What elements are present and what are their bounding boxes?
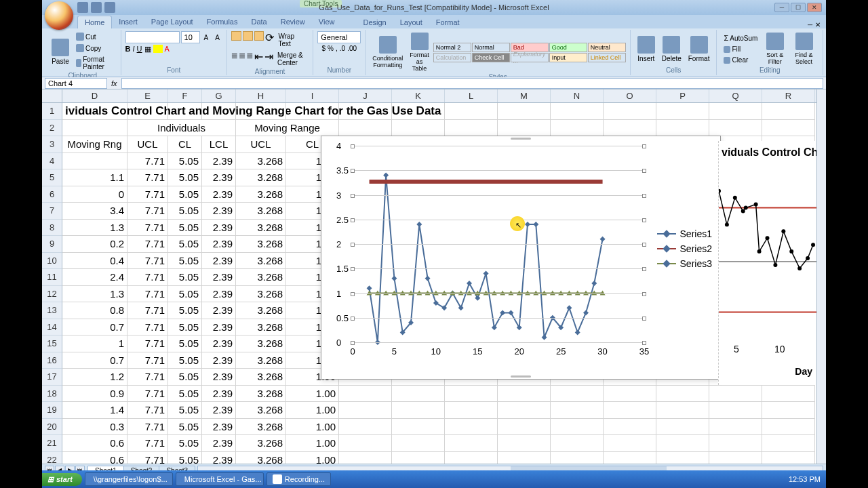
row-header[interactable]: 22 bbox=[42, 452, 62, 464]
chart-tab-layout[interactable]: Layout bbox=[393, 16, 429, 28]
comma-button[interactable]: , bbox=[336, 45, 338, 52]
tab-view[interactable]: View bbox=[312, 16, 342, 28]
col-header-E[interactable]: E bbox=[127, 89, 168, 102]
tab-formulas[interactable]: Formulas bbox=[200, 16, 245, 28]
cell[interactable] bbox=[551, 103, 604, 120]
cell[interactable] bbox=[498, 120, 551, 137]
cell[interactable]: LCL bbox=[202, 136, 236, 153]
cell[interactable] bbox=[339, 419, 392, 436]
number-format-input[interactable] bbox=[317, 31, 361, 43]
wrap-text-button[interactable]: Wrap Text bbox=[275, 31, 309, 49]
cell[interactable]: 7.71 bbox=[127, 253, 168, 270]
cell[interactable] bbox=[498, 402, 551, 419]
cell[interactable]: 0.6 bbox=[62, 452, 127, 464]
cell[interactable]: 7.71 bbox=[127, 369, 168, 386]
cell[interactable] bbox=[551, 402, 604, 419]
cell[interactable]: 2.39 bbox=[202, 319, 236, 336]
cell[interactable] bbox=[551, 120, 604, 137]
cell[interactable]: 7.71 bbox=[127, 402, 168, 419]
row-header[interactable]: 13 bbox=[42, 302, 62, 319]
cell[interactable]: 2.39 bbox=[202, 186, 236, 203]
delete-cells-button[interactable]: Delete bbox=[659, 35, 684, 64]
cell[interactable] bbox=[392, 435, 445, 452]
cell[interactable]: 7.71 bbox=[127, 286, 168, 303]
col-header-N[interactable]: N bbox=[551, 89, 604, 102]
cell[interactable]: 5.05 bbox=[168, 435, 202, 452]
align-top-button[interactable] bbox=[231, 31, 241, 41]
cell[interactable] bbox=[339, 386, 392, 403]
cell[interactable]: 7.71 bbox=[127, 452, 168, 464]
cell[interactable]: 1.3 bbox=[62, 286, 127, 303]
inc-decimal-button[interactable]: .0 bbox=[340, 45, 345, 52]
cell[interactable]: 2.39 bbox=[202, 452, 236, 464]
cell[interactable]: 7.71 bbox=[127, 336, 168, 352]
cell[interactable]: 3.268 bbox=[236, 220, 286, 237]
cell[interactable]: 0.9 bbox=[62, 386, 127, 403]
align-middle-button[interactable] bbox=[243, 31, 253, 41]
grow-font-button[interactable]: A bbox=[201, 31, 212, 43]
cell[interactable]: 3.268 bbox=[236, 169, 286, 186]
row-header[interactable]: 19 bbox=[42, 402, 62, 419]
cell[interactable]: 5.05 bbox=[168, 386, 202, 403]
chart-tab-design[interactable]: Design bbox=[356, 16, 393, 28]
underline-button[interactable]: U bbox=[137, 45, 142, 54]
start-button[interactable]: ⊞start bbox=[42, 473, 82, 486]
cell[interactable] bbox=[604, 452, 656, 464]
cell[interactable]: 7.71 bbox=[127, 352, 168, 369]
cell[interactable]: 2.39 bbox=[202, 169, 236, 186]
cell[interactable]: 1.00 bbox=[286, 402, 339, 419]
taskbar-item-1[interactable]: \\grangerfiles\logon$... bbox=[85, 472, 173, 486]
cell[interactable] bbox=[339, 402, 392, 419]
cell[interactable]: 3.268 bbox=[236, 352, 286, 369]
cell[interactable]: UCL bbox=[127, 136, 168, 153]
cell[interactable]: 1.1 bbox=[62, 169, 127, 186]
currency-button[interactable]: $ bbox=[322, 45, 326, 52]
cell[interactable]: 3.268 bbox=[236, 402, 286, 419]
cell[interactable]: 1 bbox=[62, 336, 127, 352]
col-header-P[interactable]: P bbox=[656, 89, 709, 102]
col-header-M[interactable]: M bbox=[498, 89, 551, 102]
cell[interactable]: 3.268 bbox=[236, 336, 286, 352]
align-left-button[interactable]: ≡ bbox=[231, 50, 237, 68]
conditional-formatting-button[interactable]: Conditional Formatting bbox=[370, 35, 406, 70]
cell[interactable]: 3.268 bbox=[236, 153, 286, 170]
cell[interactable] bbox=[445, 435, 498, 452]
paste-button[interactable]: Paste bbox=[49, 37, 72, 66]
font-size-input[interactable] bbox=[181, 31, 200, 43]
cell[interactable]: 7.71 bbox=[127, 203, 168, 220]
style-normal[interactable]: Normal bbox=[472, 43, 510, 52]
italic-button[interactable]: I bbox=[133, 45, 135, 54]
cell[interactable] bbox=[709, 435, 762, 452]
cell[interactable] bbox=[656, 402, 709, 419]
align-right-button[interactable]: ≡ bbox=[247, 50, 253, 68]
taskbar[interactable]: ⊞start \\grangerfiles\logon$... Microsof… bbox=[42, 470, 826, 488]
row-header[interactable]: 20 bbox=[42, 419, 62, 436]
font-family-input[interactable] bbox=[125, 31, 180, 43]
col-header-R[interactable]: R bbox=[762, 89, 815, 102]
orientation-button[interactable]: ⟳ bbox=[265, 31, 274, 49]
cell[interactable]: 1.00 bbox=[286, 452, 339, 464]
cell[interactable] bbox=[445, 419, 498, 436]
cell[interactable] bbox=[498, 452, 551, 464]
cell[interactable]: 0.8 bbox=[62, 302, 127, 319]
cell[interactable]: 2.39 bbox=[202, 352, 236, 369]
cell[interactable]: 7.71 bbox=[127, 302, 168, 319]
percent-button[interactable]: % bbox=[328, 45, 334, 52]
cell[interactable]: 5.05 bbox=[168, 452, 202, 464]
cell[interactable] bbox=[168, 103, 202, 120]
cell[interactable]: 1.00 bbox=[286, 386, 339, 403]
quick-access-toolbar[interactable] bbox=[77, 2, 115, 13]
cell[interactable]: 3.268 bbox=[236, 236, 286, 253]
cell[interactable]: 7.71 bbox=[127, 269, 168, 286]
ribbon-minimize-icon[interactable]: ─ bbox=[808, 21, 812, 28]
cell[interactable] bbox=[709, 419, 762, 436]
secondary-chart[interactable]: viduals Control Ch 5 10 Day bbox=[718, 141, 816, 385]
cell[interactable] bbox=[498, 419, 551, 436]
copy-button[interactable]: Copy bbox=[73, 43, 117, 54]
cell[interactable]: 7.71 bbox=[127, 169, 168, 186]
cell[interactable]: 5.05 bbox=[168, 402, 202, 419]
border-button[interactable]: ▦ bbox=[144, 45, 151, 54]
cell[interactable] bbox=[656, 386, 709, 403]
cell[interactable]: 3.268 bbox=[236, 286, 286, 303]
cell[interactable] bbox=[604, 435, 656, 452]
